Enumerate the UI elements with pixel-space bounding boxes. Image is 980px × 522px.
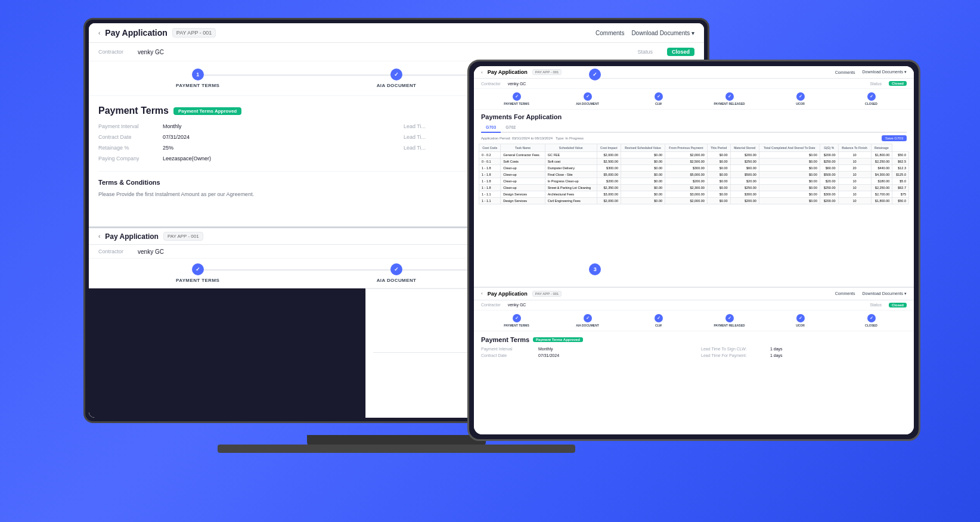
tab2-step-circle-6: ✓ xyxy=(867,314,876,322)
td-task-name: Clean-up xyxy=(501,165,545,172)
tab-step-3: ✓ CLW xyxy=(623,92,694,105)
td-material: $0.00 xyxy=(759,185,820,191)
td-this-period: $200.00 xyxy=(730,198,759,204)
tab-contractor-label: Contractor xyxy=(481,82,501,86)
tab2-contractor-value: venky GC xyxy=(508,303,526,307)
td-total: $60.00 xyxy=(820,165,838,172)
tablet-pt-content: Payment Terms Payment Terms Approved Pay… xyxy=(474,331,914,362)
payment-interval-label: Payment Interval xyxy=(98,123,158,129)
tablet-download-1[interactable]: Download Documents ▾ xyxy=(863,70,907,74)
tablet-download-2[interactable]: Download Documents ▾ xyxy=(863,291,907,296)
td-retainage: $75 xyxy=(892,191,909,198)
td-revised: $2,500.00 xyxy=(665,159,708,165)
table-row: 0 - 0.2 General Contractor Fees GC FEE $… xyxy=(479,152,909,159)
tablet-pt-interval-label: Payment Interval xyxy=(481,347,535,351)
clw-header-left: ‹ Pay Application PAY APP - 001 xyxy=(98,232,203,241)
table-row: 1 - 1.1 Design Services Architectural Fe… xyxy=(479,191,909,198)
laptop-header: ‹ Pay Application PAY APP - 001 Comments… xyxy=(89,23,704,43)
td-total: $200.00 xyxy=(820,198,838,204)
td-task-name: Clean-up xyxy=(501,172,545,178)
tablet-back-2[interactable]: ‹ xyxy=(481,291,483,296)
td-cost-impact: $0.00 xyxy=(621,159,665,165)
td-this-period: $250.00 xyxy=(730,185,759,191)
contractor-value: venky GC xyxy=(138,49,164,55)
td-this-period: $200.00 xyxy=(730,152,759,159)
table-row: 1 - 1.1 Design Services Civil Engineerin… xyxy=(479,198,909,204)
th-revised-scheduled: Revised Scheduled Value xyxy=(621,144,665,152)
clw-step-1: ✓ PAYMENT TERMS xyxy=(98,263,297,283)
tablet-screen-2: ‹ Pay Application PAY APP - 001 Comments… xyxy=(474,288,914,434)
tab-g703[interactable]: G703 xyxy=(481,123,501,133)
td-material: $0.00 xyxy=(759,172,820,178)
tablet-comments-2[interactable]: Comments xyxy=(835,291,855,296)
tab-step-lbl-1: PAYMENT TERMS xyxy=(504,102,529,105)
td-revised: $2,300.00 xyxy=(665,185,708,191)
tab-step-lbl-5: UCOR xyxy=(796,102,805,105)
tablet-pt-contract-label: Contract Date xyxy=(481,353,535,358)
th-this-period: This Period xyxy=(707,144,730,152)
td-cost-code: 0 - 0.1 xyxy=(479,159,501,165)
tablet-comments-1[interactable]: Comments xyxy=(835,70,855,74)
tablet-info-1: Contractor venky GC Status Closed xyxy=(474,79,914,89)
td-scheduled: $3,000.00 xyxy=(597,191,621,198)
page-title: Pay Application xyxy=(105,28,168,38)
tablet-steps-1: ✓ PAYMENT TERMS ✓ AIA DOCUMENT ✓ CLW ✓ xyxy=(474,89,914,110)
tab2-step-circle-2: ✓ xyxy=(584,314,592,322)
tab2-step-circle-4: ✓ xyxy=(725,314,734,322)
tab2-step-6: ✓ CLOSED xyxy=(836,314,907,327)
table-row: 1 - 1.8 Clean-up In Progress Clean-up $2… xyxy=(479,178,909,185)
tab2-status-label: Status xyxy=(870,303,882,307)
td-cost-impact: $0.00 xyxy=(621,172,665,178)
tab-g702[interactable]: G702 xyxy=(501,123,520,132)
tab-step-lbl-4: PAYMENT RELEASED xyxy=(714,102,745,105)
contractor-info-row: Contractor venky GC Status Closed xyxy=(89,43,704,61)
download-button[interactable]: Download Documents ▾ xyxy=(631,30,694,36)
td-pct: 10 xyxy=(838,152,871,159)
td-balance: $440.00 xyxy=(871,165,892,172)
th-balance: Balance To Finish xyxy=(838,144,871,152)
td-scheduled: $200.00 xyxy=(597,178,621,185)
tablet-back-1[interactable]: ‹ xyxy=(481,70,483,75)
td-task-detail: Soft cost xyxy=(545,159,597,165)
header-right: Comments Download Documents ▾ xyxy=(596,30,694,36)
td-revised: $300.00 xyxy=(665,165,708,172)
table-row: 1 - 1.8 Clean-up Final Close - Site $5,0… xyxy=(479,172,909,178)
laptop-base xyxy=(218,445,575,453)
td-retainage: $5.0 xyxy=(892,178,909,185)
td-pct: 10 xyxy=(838,191,871,198)
tab2-step-1: ✓ PAYMENT TERMS xyxy=(481,314,552,327)
td-scheduled: $5,000.00 xyxy=(597,172,621,178)
td-from-prev: $0.00 xyxy=(707,185,730,191)
tab-step-circle-3: ✓ xyxy=(655,92,663,101)
status-label: Status xyxy=(637,49,653,55)
td-this-period: $500.00 xyxy=(730,172,759,178)
retainage-label: Retainage % xyxy=(98,145,158,151)
tablet-title-1: Pay Application xyxy=(488,69,528,75)
approved-badge: Payment Terms Approved xyxy=(173,107,241,115)
tab-step-lbl-6: CLOSED xyxy=(865,102,877,105)
tablet-badge-2: PAY APP - 001 xyxy=(532,291,562,297)
tab-step-5: ✓ UCOR xyxy=(765,92,836,105)
tablet-pt-interval: Payment Interval Monthly xyxy=(481,347,687,351)
table-row: 1 - 1.8 Clean-up Dumpster Delivery $300.… xyxy=(479,165,909,172)
tablet-pt-title-text: Payment Terms xyxy=(481,336,529,343)
td-balance: $2,700.00 xyxy=(871,191,892,198)
tablet-pt-approved-badge: Payment Terms Approved xyxy=(533,337,583,342)
td-scheduled: $2,350.00 xyxy=(597,185,621,191)
tab-status-label: Status xyxy=(870,82,882,86)
td-this-period: $20.00 xyxy=(730,178,759,185)
export-g703-button[interactable]: Save G703 xyxy=(882,135,907,141)
paying-company-value: Leezaspace(Owner) xyxy=(163,156,211,161)
td-material: $0.00 xyxy=(759,152,820,159)
tablet-h2-right: Comments Download Documents ▾ xyxy=(835,291,907,296)
tablet-steps-2: ✓ PAYMENT TERMS ✓ AIA DOCUMENT ✓ CLW ✓ xyxy=(474,310,914,331)
clw-back-icon[interactable]: ‹ xyxy=(98,233,100,240)
tab-step-circle-4: ✓ xyxy=(725,92,734,101)
td-from-prev: $0.00 xyxy=(707,165,730,172)
td-task-name: Design Services xyxy=(501,198,545,204)
td-total: $20.00 xyxy=(820,178,838,185)
comments-button[interactable]: Comments xyxy=(596,30,624,36)
back-arrow-icon[interactable]: ‹ xyxy=(98,30,100,36)
td-total: $300.00 xyxy=(820,191,838,198)
tablet-title-2: Pay Application xyxy=(488,291,528,297)
